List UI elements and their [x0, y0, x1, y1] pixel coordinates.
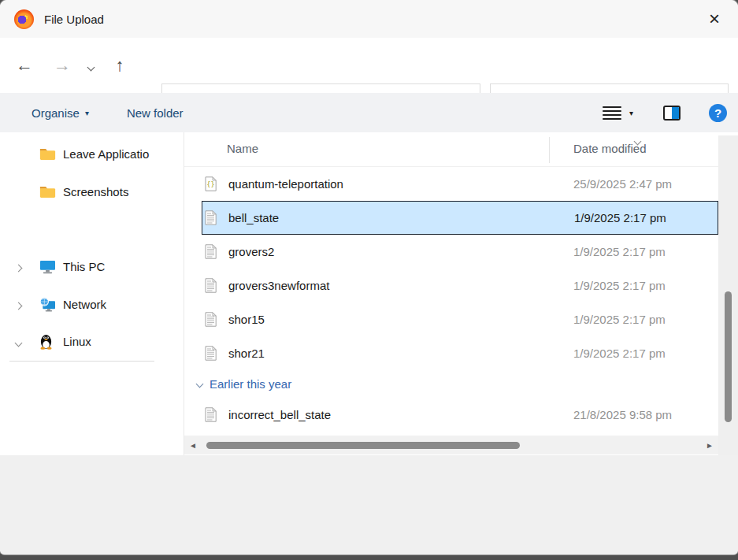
- firefox-icon: [14, 9, 34, 29]
- preview-pane-icon[interactable]: [663, 106, 681, 121]
- file-row[interactable]: grovers3newformat 1/9/2025 2:17 pm: [202, 269, 718, 302]
- folder-icon: [39, 147, 56, 161]
- recent-locations-button[interactable]: [88, 59, 94, 72]
- scroll-left-arrow[interactable]: ◄: [184, 436, 202, 454]
- expand-chevron-icon[interactable]: [16, 298, 21, 311]
- tux-icon: [39, 333, 53, 350]
- sidebar: Leave Applicatio Screenshots This PC: [0, 132, 184, 455]
- new-folder-label: New folder: [127, 106, 184, 120]
- up-button[interactable]: ↑: [109, 55, 130, 76]
- collapse-chevron-icon: [196, 380, 204, 388]
- file-date: 1/9/2025 2:17 pm: [573, 313, 666, 326]
- group-header-earlier-this-year[interactable]: Earlier this year: [184, 370, 718, 398]
- close-button[interactable]: ×: [699, 4, 730, 34]
- file-row-selected[interactable]: bell_state 1/9/2025 2:17 pm: [202, 201, 718, 235]
- sidebar-item-label: Screenshots: [63, 185, 128, 198]
- file-date: 1/9/2025 2:17 pm: [573, 347, 666, 360]
- sidebar-item-screenshots[interactable]: Screenshots: [0, 181, 163, 202]
- json-file-icon: {}: [205, 176, 217, 191]
- forward-button[interactable]: →: [52, 55, 72, 76]
- file-name: quantum-teleportation: [228, 177, 343, 191]
- new-folder-button[interactable]: New folder: [127, 106, 184, 120]
- sidebar-item-this-pc[interactable]: This PC: [0, 256, 163, 276]
- file-name: incorrect_bell_state: [228, 408, 331, 421]
- sidebar-divider: [9, 361, 154, 362]
- column-header-name[interactable]: Name: [227, 142, 258, 155]
- folder-icon: [39, 185, 56, 198]
- svg-text:{}: {}: [206, 180, 214, 188]
- collapse-chevron-icon[interactable]: [16, 335, 21, 348]
- column-separator[interactable]: [549, 137, 550, 163]
- sidebar-item-linux[interactable]: Linux: [0, 331, 163, 351]
- text-file-icon: [205, 244, 217, 259]
- text-file-icon: [205, 278, 217, 293]
- file-date: 1/9/2025 2:17 pm: [574, 211, 666, 224]
- chevron-down-icon: [87, 63, 95, 71]
- file-name: shor15: [228, 313, 265, 326]
- file-row[interactable]: shor21 1/9/2025 2:17 pm: [202, 336, 718, 370]
- expand-chevron-icon[interactable]: [16, 260, 21, 273]
- scroll-right-arrow[interactable]: ►: [701, 436, 718, 454]
- organise-label: Organise: [32, 106, 80, 120]
- file-row[interactable]: grovers2 1/9/2025 2:17 pm: [202, 235, 718, 269]
- dropdown-arrow-icon: ▾: [85, 109, 89, 117]
- sidebar-item-leave-application[interactable]: Leave Applicatio: [0, 143, 163, 164]
- sidebar-item-label: Network: [63, 298, 106, 311]
- sidebar-item-label: Leave Applicatio: [63, 147, 149, 161]
- file-upload-dialog: File Upload × ← → ↑ « quicscrip... › tes…: [0, 0, 738, 554]
- title-bar: File Upload ×: [0, 0, 738, 38]
- file-date: 21/8/2025 9:58 pm: [573, 408, 672, 421]
- organise-button[interactable]: Organise ▾: [32, 106, 89, 120]
- file-name: bell_state: [228, 211, 279, 224]
- file-name: grovers2: [228, 245, 274, 258]
- help-button[interactable]: ?: [709, 104, 727, 122]
- horizontal-scrollbar-thumb[interactable]: [206, 442, 520, 449]
- text-file-icon: [205, 210, 217, 225]
- vertical-scrollbar[interactable]: [718, 135, 738, 455]
- view-list-icon[interactable]: [603, 106, 621, 120]
- file-row[interactable]: shor15 1/9/2025 2:17 pm: [202, 302, 718, 336]
- back-button[interactable]: ←: [14, 55, 35, 76]
- monitor-icon: [39, 259, 56, 274]
- sidebar-item-label: Linux: [63, 335, 91, 348]
- navigation-bar: ← → ↑ « quicscrip... › testFiles: [0, 38, 738, 93]
- file-date: 1/9/2025 2:17 pm: [573, 279, 666, 292]
- dialog-footer: File name: All Files Open Cancel: [0, 455, 738, 554]
- file-row[interactable]: {} quantum-teleportation 25/9/2025 2:47 …: [202, 167, 718, 201]
- view-options-button[interactable]: ▾: [629, 109, 633, 117]
- text-file-icon: [205, 312, 217, 327]
- sort-indicator-icon: [635, 133, 640, 146]
- window-title: File Upload: [44, 13, 104, 26]
- file-date: 25/9/2025 2:47 pm: [573, 177, 672, 191]
- sidebar-item-label: This PC: [63, 260, 105, 273]
- sidebar-item-network[interactable]: Network: [0, 294, 163, 314]
- file-name: grovers3newformat: [228, 279, 329, 292]
- file-name: shor21: [228, 347, 265, 360]
- group-label: Earlier this year: [210, 377, 291, 391]
- file-row[interactable]: incorrect_bell_state 21/8/2025 9:58 pm: [202, 398, 718, 432]
- horizontal-scrollbar[interactable]: ◄ ►: [184, 436, 718, 454]
- command-bar: Organise ▾ New folder ▾ ?: [0, 93, 738, 132]
- list-header: Name Date modified: [184, 132, 718, 167]
- network-icon: [39, 297, 56, 312]
- text-file-icon: [205, 407, 217, 422]
- file-date: 1/9/2025 2:17 pm: [573, 245, 666, 258]
- vertical-scrollbar-thumb[interactable]: [725, 291, 732, 422]
- text-file-icon: [205, 346, 217, 361]
- file-list: Name Date modified {} quantum-teleportat…: [184, 132, 718, 455]
